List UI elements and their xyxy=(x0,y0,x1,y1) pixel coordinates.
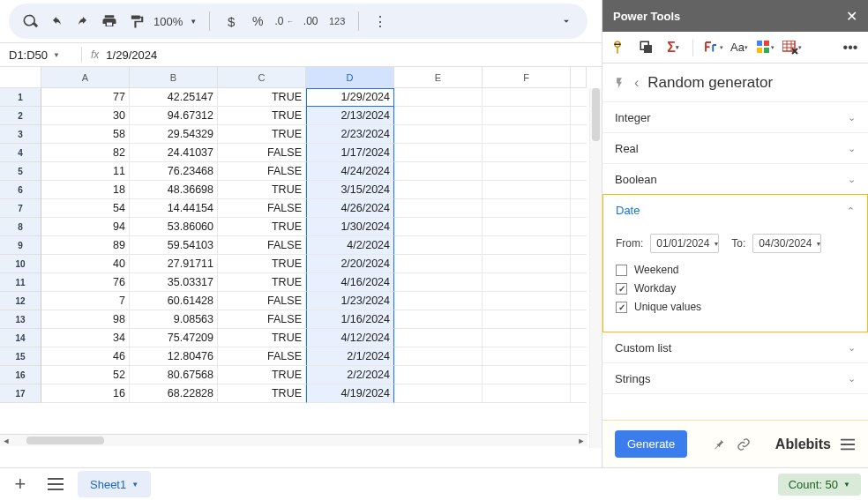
cell-F17[interactable] xyxy=(483,384,571,403)
cell-F5[interactable] xyxy=(483,162,571,181)
row-header-13[interactable]: 13 xyxy=(0,310,41,329)
cell-D16[interactable]: 2/2/2024 xyxy=(306,366,394,384)
cell-A9[interactable]: 89 xyxy=(41,236,130,255)
cell-B1[interactable]: 42.25147 xyxy=(130,88,218,107)
section-real[interactable]: Real⌄ xyxy=(602,133,868,164)
cell-F7[interactable] xyxy=(483,199,571,218)
cell-A8[interactable]: 94 xyxy=(41,218,130,236)
cell-D5[interactable]: 4/24/2024 xyxy=(306,162,394,181)
cell-B7[interactable]: 14.44154 xyxy=(130,199,218,218)
text-case-icon[interactable]: ▾ xyxy=(702,37,723,58)
horizontal-scrollbar[interactable]: ◄► xyxy=(0,434,587,446)
section-strings[interactable]: Strings⌄ xyxy=(602,363,868,394)
cell-B8[interactable]: 53.86060 xyxy=(130,218,218,236)
cell-B10[interactable]: 27.91711 xyxy=(130,255,218,273)
cell-A13[interactable]: 98 xyxy=(41,310,130,329)
cell-D14[interactable]: 4/12/2024 xyxy=(306,329,394,347)
currency-icon[interactable]: $ xyxy=(222,12,240,30)
cell-F8[interactable] xyxy=(483,218,571,236)
cell-C2[interactable]: TRUE xyxy=(218,107,306,125)
cell-F13[interactable] xyxy=(483,310,571,329)
cell-C14[interactable]: TRUE xyxy=(218,329,306,347)
select-all-corner[interactable] xyxy=(0,67,41,88)
name-box[interactable]: D1:D50▼ xyxy=(9,49,72,62)
cell-D13[interactable]: 1/16/2024 xyxy=(306,310,394,329)
row-header-6[interactable]: 6 xyxy=(0,181,41,199)
generate-button[interactable]: Generate xyxy=(615,430,687,458)
cell-C4[interactable]: FALSE xyxy=(218,144,306,162)
clear-tool-icon[interactable]: ▾ xyxy=(782,37,803,58)
cell-B5[interactable]: 76.23468 xyxy=(130,162,218,181)
cell-F9[interactable] xyxy=(483,236,571,255)
cell-C10[interactable]: TRUE xyxy=(218,255,306,273)
cell-B11[interactable]: 35.03317 xyxy=(130,273,218,292)
row-header-14[interactable]: 14 xyxy=(0,329,41,347)
cell-B15[interactable]: 12.80476 xyxy=(130,347,218,366)
font-icon[interactable]: Aa▾ xyxy=(729,37,750,58)
column-header-E[interactable]: E xyxy=(394,67,483,88)
cell-A16[interactable]: 52 xyxy=(41,366,130,384)
cell-A6[interactable]: 18 xyxy=(41,181,130,199)
column-header-D[interactable]: D xyxy=(306,67,394,88)
link-icon[interactable] xyxy=(736,437,752,452)
row-header-5[interactable]: 5 xyxy=(0,162,41,181)
cell-A12[interactable]: 7 xyxy=(41,292,130,310)
cell-B2[interactable]: 94.67312 xyxy=(130,107,218,125)
cell-E1[interactable] xyxy=(394,88,483,107)
row-header-11[interactable]: 11 xyxy=(0,273,41,292)
more-tools-icon[interactable]: ••• xyxy=(840,37,861,58)
to-date-input[interactable]: 04/30/2024▼ xyxy=(752,234,821,253)
cell-A15[interactable]: 46 xyxy=(41,347,130,366)
formula-input[interactable]: 1/29/2024 xyxy=(106,49,157,62)
cell-F2[interactable] xyxy=(483,107,571,125)
pin-icon[interactable] xyxy=(711,437,727,452)
collapse-toolbar-icon[interactable] xyxy=(557,12,575,30)
row-header-4[interactable]: 4 xyxy=(0,144,41,162)
row-header-9[interactable]: 9 xyxy=(0,236,41,255)
cell-B12[interactable]: 60.61428 xyxy=(130,292,218,310)
cell-B14[interactable]: 75.47209 xyxy=(130,329,218,347)
cell-D15[interactable]: 2/1/2024 xyxy=(306,347,394,366)
row-header-2[interactable]: 2 xyxy=(0,107,41,125)
cell-E7[interactable] xyxy=(394,199,483,218)
cell-C3[interactable]: TRUE xyxy=(218,125,306,144)
section-custom-list[interactable]: Custom list⌄ xyxy=(602,332,868,363)
sum-icon[interactable]: Σ▾ xyxy=(662,37,684,58)
column-header-F[interactable]: F xyxy=(483,67,571,88)
cell-D1[interactable]: 1/29/2024 xyxy=(306,88,394,107)
cell-B3[interactable]: 29.54329 xyxy=(130,125,218,144)
cell-D11[interactable]: 4/16/2024 xyxy=(306,273,394,292)
row-header-3[interactable]: 3 xyxy=(0,125,41,144)
cell-A17[interactable]: 16 xyxy=(41,384,130,403)
cell-E6[interactable] xyxy=(394,181,483,199)
from-date-input[interactable]: 01/01/2024▼ xyxy=(650,234,719,253)
cell-A1[interactable]: 77 xyxy=(41,88,130,107)
section-date-header[interactable]: Date⌄ xyxy=(603,195,867,225)
smart-toolbar-icon[interactable] xyxy=(610,37,631,58)
percent-icon[interactable]: % xyxy=(249,12,266,30)
cell-E14[interactable] xyxy=(394,329,483,347)
all-sheets-button[interactable] xyxy=(42,471,69,497)
cell-D17[interactable]: 4/19/2024 xyxy=(306,384,394,403)
row-header-17[interactable]: 17 xyxy=(0,384,41,403)
cell-E10[interactable] xyxy=(394,255,483,273)
cell-D7[interactable]: 4/26/2024 xyxy=(306,199,394,218)
cell-B9[interactable]: 59.54103 xyxy=(130,236,218,255)
cell-C12[interactable]: FALSE xyxy=(218,292,306,310)
cell-B13[interactable]: 9.08563 xyxy=(130,310,218,329)
cell-F4[interactable] xyxy=(483,144,571,162)
close-icon[interactable]: ✕ xyxy=(846,8,857,25)
unique-values-checkbox[interactable]: Unique values xyxy=(616,301,855,313)
cell-E9[interactable] xyxy=(394,236,483,255)
cell-C6[interactable]: TRUE xyxy=(218,181,306,199)
zoom-dropdown[interactable]: 100%▼ xyxy=(153,15,197,28)
cell-C11[interactable]: TRUE xyxy=(218,273,306,292)
cell-F14[interactable] xyxy=(483,329,571,347)
print-icon[interactable] xyxy=(101,12,118,30)
search-icon[interactable] xyxy=(21,12,39,30)
row-header-15[interactable]: 15 xyxy=(0,347,41,366)
cell-E15[interactable] xyxy=(394,347,483,366)
cell-D3[interactable]: 2/23/2024 xyxy=(306,125,394,144)
cell-A7[interactable]: 54 xyxy=(41,199,130,218)
cell-C9[interactable]: FALSE xyxy=(218,236,306,255)
